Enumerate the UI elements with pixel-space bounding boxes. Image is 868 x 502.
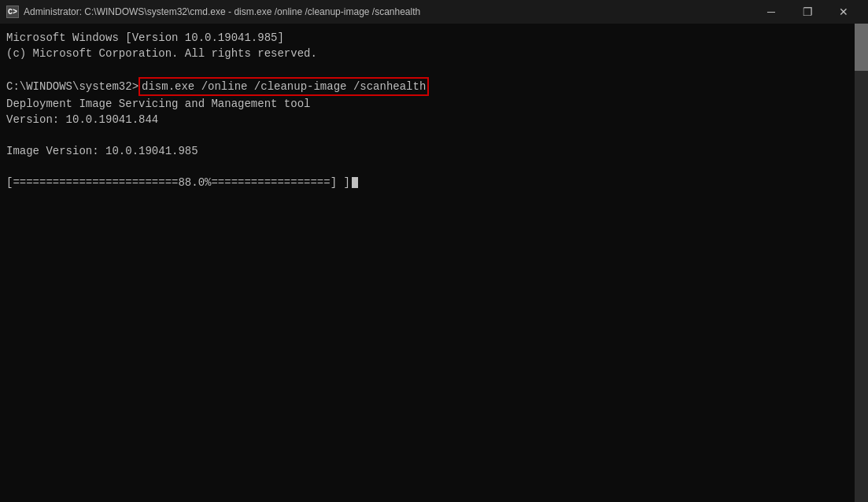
cmd-window: C> Administrator: C:\WINDOWS\system32\cm… xyxy=(0,0,868,502)
deployment-tool-line: Deployment Image Servicing and Managemen… xyxy=(6,96,849,112)
scrollbar[interactable] xyxy=(855,24,868,502)
copyright-line: (c) Microsoft Corporation. All rights re… xyxy=(6,46,849,61)
cursor xyxy=(352,177,358,188)
console-area[interactable]: Microsoft Windows [Version 10.0.19041.98… xyxy=(0,24,868,502)
prompt-text: C:\WINDOWS\system32> xyxy=(6,79,139,94)
title-bar: C> Administrator: C:\WINDOWS\system32\cm… xyxy=(0,0,868,24)
window-controls: ─ ❐ ✕ xyxy=(753,0,862,24)
minimize-button[interactable]: ─ xyxy=(753,0,789,24)
empty-line-2 xyxy=(6,127,849,143)
windows-version-line: Microsoft Windows [Version 10.0.19041.98… xyxy=(6,30,849,46)
empty-line-1 xyxy=(6,61,849,77)
command-line: C:\WINDOWS\system32>dism.exe /online /cl… xyxy=(6,77,849,96)
window-title: Administrator: C:\WINDOWS\system32\cmd.e… xyxy=(24,6,753,17)
close-button[interactable]: ✕ xyxy=(826,0,862,24)
restore-button[interactable]: ❐ xyxy=(789,0,826,24)
console-content: Microsoft Windows [Version 10.0.19041.98… xyxy=(3,27,865,194)
image-version-line: Image Version: 10.0.19041.985 xyxy=(6,143,849,159)
progress-line: [=========================88.0%=========… xyxy=(6,175,849,190)
version-line: Version: 10.0.19041.844 xyxy=(6,112,849,127)
progress-bracket: ] xyxy=(343,175,349,190)
empty-line-3 xyxy=(6,159,849,175)
command-text: dism.exe /online /cleanup-image /scanhea… xyxy=(139,77,429,96)
progress-text: [=========================88.0%=========… xyxy=(6,175,343,190)
window-icon: C> xyxy=(6,6,19,18)
scrollbar-thumb[interactable] xyxy=(855,24,868,71)
